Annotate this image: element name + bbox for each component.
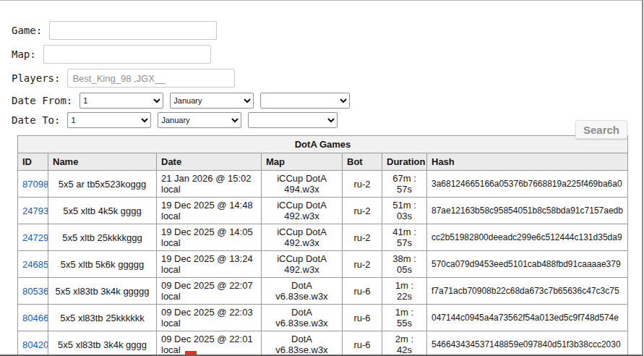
cell-hash: 047144c0945a4a73562f54a013ed5c9f748d574e	[427, 305, 628, 331]
date-from-label: Date From:	[12, 95, 72, 106]
game-id-link[interactable]: 870989	[22, 179, 48, 190]
column-header-date: Date	[157, 153, 262, 171]
cell-map: iCCup DotA 492.w3x	[262, 251, 343, 278]
cell-name: 5x5 xltb 25kkkkggg	[48, 224, 157, 251]
cell-bot: ru-2	[343, 224, 382, 251]
cell-duration: 38m : 05s	[382, 251, 427, 278]
game-row: Game:	[12, 21, 642, 40]
players-row: Players:	[12, 69, 642, 88]
cell-duration: 1m : 55s	[382, 305, 427, 331]
cell-bot: ru-2	[343, 198, 382, 224]
map-label: Map:	[12, 48, 36, 60]
map-input[interactable]	[43, 45, 211, 64]
red-bottom-marker	[185, 351, 197, 355]
cell-duration: 51m : 03s	[382, 198, 427, 224]
game-id-link[interactable]: 80466	[22, 313, 48, 323]
cell-map: DotA v6.83se.w3x	[262, 278, 343, 305]
cell-bot: ru-6	[343, 278, 382, 305]
date-to-row: Date To: 1 January	[12, 112, 642, 128]
cell-map: iCCup DotA 492.w3x	[262, 224, 343, 251]
cell-date: 19 Dec 2025 @ 14:05 local	[157, 224, 262, 251]
column-header-map: Map	[262, 153, 343, 171]
game-id-link[interactable]: 80420	[22, 339, 48, 350]
table-row: 2472965x5 xltb 25kkkkggg19 Dec 2025 @ 14…	[18, 224, 628, 251]
games-table: DotA Games IDNameDateMapBotDurationHash …	[17, 135, 628, 356]
column-header-hash: Hash	[427, 153, 628, 171]
cell-id: 247936	[18, 198, 48, 224]
date-to-day-select[interactable]: 1	[67, 112, 151, 128]
cell-name: 5x5 xltb 4k5k gggg	[48, 198, 157, 224]
cell-bot: ru-6	[343, 331, 382, 356]
game-label: Game:	[12, 25, 42, 36]
game-input[interactable]	[49, 21, 217, 40]
table-row: 8709895x5 ar tb5x523koggg21 Jan 2026 @ 1…	[18, 171, 628, 198]
date-to-label: Date To:	[12, 114, 60, 126]
cell-name: 5x5 xl83tb 3k4k ggggg	[48, 278, 157, 305]
table-row: 805365x5 xl83tb 3k4k ggggg09 Dec 2025 @ …	[18, 278, 628, 305]
cell-name: 5x5 xltb 5k6k ggggg	[48, 251, 157, 278]
cell-name: 5x5 xl83tb 25kkkkkk	[48, 305, 157, 331]
cell-id: 247296	[18, 224, 48, 251]
game-id-link[interactable]: 80536	[22, 286, 48, 297]
cell-id: 80466	[18, 305, 48, 331]
players-label: Players:	[12, 72, 60, 84]
cell-hash: cc2b51982800deeadc299e6c512444c131d35da9	[427, 224, 628, 251]
page: Game: Map: Players: Date From: 1 January…	[0, 0, 643, 356]
cell-date: 09 Dec 2025 @ 22:01 local	[157, 331, 262, 356]
cell-id: 246854	[18, 251, 48, 278]
column-header-id: ID	[18, 153, 48, 171]
date-from-month-select[interactable]: January	[170, 93, 254, 109]
cell-date: 19 Dec 2025 @ 14:48 local	[157, 198, 262, 224]
table-title-row: DotA Games	[18, 136, 628, 153]
cell-id: 80420	[18, 331, 48, 356]
game-id-link[interactable]: 246854	[22, 259, 48, 270]
cell-hash: 87ae12163b58c95854051b8c58bda91c7157aedb	[427, 198, 628, 224]
map-row: Map:	[12, 45, 642, 64]
cell-map: iCCup DotA 492.w3x	[262, 198, 343, 224]
table-row: 2479365x5 xltb 4k5k gggg19 Dec 2025 @ 14…	[18, 198, 628, 224]
cell-date: 09 Dec 2025 @ 22:03 local	[157, 305, 262, 331]
cell-hash: 546643434537148859e097840d51f3b38ccc2030	[427, 331, 628, 356]
cell-date: 19 Dec 2025 @ 13:24 local	[157, 251, 262, 278]
game-id-link[interactable]: 247936	[22, 205, 48, 216]
table-header-row: IDNameDateMapBotDurationHash	[18, 153, 628, 171]
table-row: 804665x5 xl83tb 25kkkkkk09 Dec 2025 @ 22…	[18, 305, 628, 331]
cell-map: iCCup DotA 494.w3x	[262, 171, 343, 198]
cell-name: 5x5 xl83tb 3k4k gggg	[48, 331, 157, 356]
date-to-year-select[interactable]	[248, 112, 338, 128]
column-header-bot: Bot	[343, 153, 382, 171]
cell-duration: 41m : 57s	[382, 224, 427, 251]
cell-hash: 3a68124665166a05376b7668819a225f469ba6a0	[427, 171, 628, 198]
table-title: DotA Games	[18, 136, 628, 153]
cell-map: DotA v6.83se.w3x	[262, 331, 343, 356]
cell-bot: ru-6	[343, 305, 382, 331]
cell-bot: ru-2	[343, 251, 382, 278]
column-header-name: Name	[48, 153, 157, 171]
search-form: Game: Map: Players: Date From: 1 January…	[0, 1, 642, 128]
games-tbody: 8709895x5 ar tb5x523koggg21 Jan 2026 @ 1…	[18, 171, 628, 356]
table-row: 2468545x5 xltb 5k6k ggggg19 Dec 2025 @ 1…	[18, 251, 628, 278]
cell-map: DotA v6.83se.w3x	[262, 305, 343, 331]
search-button[interactable]: Search	[575, 120, 627, 139]
cell-duration: 67m : 57s	[382, 171, 427, 198]
cell-hash: f7a71acb70908b22c68da673c7b65636c47c3c75	[427, 278, 628, 305]
cell-id: 870989	[18, 171, 48, 198]
table-row: 804205x5 xl83tb 3k4k gggg09 Dec 2025 @ 2…	[18, 331, 628, 356]
cell-id: 80536	[18, 278, 48, 305]
cell-name: 5x5 ar tb5x523koggg	[48, 171, 157, 198]
date-from-day-select[interactable]: 1	[80, 93, 163, 109]
cell-date: 21 Jan 2026 @ 15:02 local	[157, 171, 262, 198]
game-id-link[interactable]: 247296	[22, 232, 48, 243]
players-input[interactable]	[67, 69, 235, 88]
column-header-duration: Duration	[382, 153, 427, 171]
date-from-row: Date From: 1 January	[12, 93, 642, 109]
cell-bot: ru-2	[343, 171, 382, 198]
cell-date: 09 Dec 2025 @ 22:07 local	[157, 278, 262, 305]
cell-duration: 2m : 42s	[382, 331, 427, 356]
cell-hash: 570ca079d9453eed5101cab488fbd91caaaae379	[427, 251, 628, 278]
cell-duration: 1m : 22s	[382, 278, 427, 305]
date-from-year-select[interactable]	[260, 93, 350, 109]
date-to-month-select[interactable]: January	[158, 112, 241, 128]
